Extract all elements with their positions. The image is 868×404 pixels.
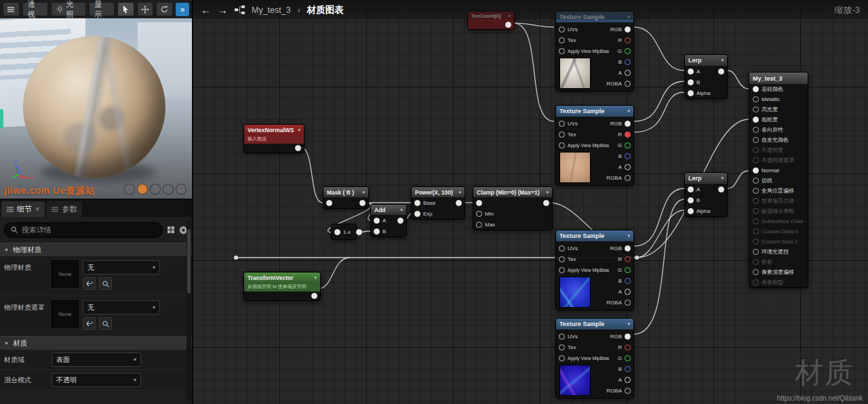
pin-max[interactable]	[476, 222, 482, 228]
texture-thumbnail[interactable]	[559, 152, 591, 183]
pin-base[interactable]	[414, 200, 420, 206]
pin-a[interactable]	[688, 186, 694, 193]
pin-output[interactable]	[356, 229, 362, 235]
pin-output[interactable]	[543, 200, 549, 206]
chevron-down-icon[interactable]: ▾	[627, 108, 630, 114]
material-pin-ao[interactable]: 环境光遮挡	[749, 247, 808, 257]
node-header[interactable]: My_test_3	[749, 73, 808, 84]
viewport-option-1[interactable]	[124, 184, 135, 195]
show-menu-button[interactable]: 显示	[89, 2, 115, 16]
lit-mode-button[interactable]: 光照	[51, 2, 87, 16]
forward-arrow-icon[interactable]: →	[218, 4, 228, 16]
material-pin-tess-multiplier[interactable]: 曲面细分乘数	[749, 206, 808, 216]
node-one-minus[interactable]: 1-x	[331, 224, 357, 240]
chevron-down-icon[interactable]: ▾	[362, 190, 365, 195]
node-texture-sample-3[interactable]: Texture Sample ▾ UVsRGB TexR Apply View …	[555, 230, 634, 310]
viewport-option-2[interactable]	[137, 184, 148, 195]
pin-output[interactable]	[359, 200, 366, 206]
viewport-option-4[interactable]	[163, 184, 174, 195]
material-pin-anisotropy[interactable]: 各向异性	[749, 125, 808, 135]
node-add[interactable]: Add ▾ A B	[370, 204, 407, 237]
asset-thumbnail[interactable]: None	[52, 300, 79, 327]
pin-exp[interactable]	[414, 211, 420, 217]
viewport-option-3[interactable]	[150, 184, 161, 195]
pin-uvs[interactable]	[559, 245, 565, 251]
pin-rgb[interactable]	[625, 26, 631, 33]
chevron-down-icon[interactable]: ▾	[627, 233, 630, 239]
pin-b[interactable]	[625, 278, 631, 284]
pin-mipbias[interactable]	[559, 142, 565, 148]
toolbar-expand-button[interactable]: »	[176, 3, 189, 16]
node-header[interactable]: Power(X, 100) ▾	[412, 187, 465, 197]
node-header[interactable]: Mask ( B ) ▾	[323, 187, 368, 197]
section-material[interactable]: ▼ 材质	[0, 336, 192, 350]
display-filter-icon[interactable]	[167, 226, 175, 234]
material-pin-specular[interactable]: 高光度	[749, 104, 808, 115]
chevron-down-icon[interactable]: ▾	[298, 127, 300, 133]
pin-r[interactable]	[625, 37, 631, 43]
material-domain-dropdown[interactable]: 表面 ▾	[52, 352, 141, 367]
tab-parameters[interactable]: 参数	[46, 201, 82, 217]
material-pin-opacity[interactable]: 不透明度	[749, 145, 808, 155]
asset-thumbnail[interactable]: None	[52, 260, 79, 287]
section-physical-material[interactable]: ▼ 物理材质	[0, 243, 192, 256]
node-clamp[interactable]: Clamp (Min=0) (Max=1) ▾ Min Max	[473, 186, 553, 230]
node-header[interactable]: Clamp (Min=0) (Max=1) ▾	[473, 187, 552, 197]
chevron-down-icon[interactable]: ▾	[721, 58, 724, 63]
material-pin-roughness[interactable]: 粗糙度	[749, 115, 808, 125]
pin-output[interactable]	[505, 22, 511, 28]
chevron-down-icon[interactable]: ▾	[458, 190, 461, 195]
node-header[interactable]: Lerp ▾	[685, 55, 727, 66]
node-header[interactable]: TransformVector ▾	[244, 272, 320, 283]
node-header[interactable]: Lerp ▾	[685, 173, 727, 184]
node-transformvector[interactable]: TransformVector ▾ 从切线空间 to 世界场景空间	[243, 272, 321, 301]
pin-a[interactable]	[374, 218, 380, 224]
pin-rgb[interactable]	[625, 121, 631, 127]
chevron-down-icon[interactable]: ▾	[721, 176, 724, 181]
node-header[interactable]: Texture Sample ▾	[556, 319, 633, 329]
pin-b[interactable]	[625, 153, 631, 159]
pin-a[interactable]	[625, 377, 631, 383]
node-vertexnormalws[interactable]: VertexNormalWS ▾ 输入数据	[243, 124, 304, 153]
material-pin-opacity-mask[interactable]: 不透明度遮罩	[749, 155, 808, 165]
pin-a[interactable]	[688, 68, 694, 75]
chevron-down-icon[interactable]: ▾	[627, 321, 630, 327]
pin-rgb[interactable]	[625, 245, 631, 251]
pin-alpha[interactable]	[688, 90, 694, 96]
back-arrow-icon[interactable]: ←	[201, 4, 211, 16]
pin-output[interactable]	[718, 186, 724, 193]
material-pin-custom0[interactable]: Custom Data 0	[749, 226, 808, 237]
material-preview-sphere[interactable]	[23, 36, 165, 178]
texture-thumbnail[interactable]	[559, 277, 591, 308]
pin-g[interactable]	[625, 142, 631, 148]
pin-mipbias[interactable]	[559, 355, 565, 361]
viewport-side-tab[interactable]	[0, 109, 3, 128]
pin-tex[interactable]	[559, 344, 565, 350]
node-mask-b[interactable]: Mask ( B ) ▾	[323, 186, 369, 209]
material-pin-shading-model[interactable]: 着色模型	[749, 277, 808, 287]
pin-g[interactable]	[625, 355, 631, 361]
chevron-down-icon[interactable]: ▾	[546, 190, 549, 195]
node-lerp-1[interactable]: Lerp ▾ A B Alpha	[684, 54, 728, 99]
node-texture-sample-2[interactable]: Texture Sample ▾ UVsRGB TexR Apply View …	[555, 105, 634, 186]
material-pin-emissive[interactable]: 自发光颜色	[749, 135, 808, 145]
material-pin-normal[interactable]: Normal	[749, 165, 808, 176]
use-selected-asset-button[interactable]	[83, 317, 96, 330]
rotate-tool-button[interactable]	[156, 2, 173, 16]
browse-asset-button[interactable]	[99, 277, 112, 290]
pin-tex[interactable]	[559, 132, 565, 138]
search-input[interactable]: 搜索详情	[4, 222, 163, 238]
pin-input[interactable]	[476, 200, 482, 206]
breadcrumb-asset[interactable]: My_test_3	[252, 5, 291, 15]
material-pin-world-displacement[interactable]: 世界场景位移	[749, 196, 808, 206]
physical-material-mask-dropdown[interactable]: 无 ▾	[83, 300, 160, 315]
material-pin-wpo[interactable]: 全局位置偏移	[749, 186, 808, 196]
pin-a[interactable]	[625, 164, 631, 170]
pin-b[interactable]	[625, 366, 631, 372]
pin-output[interactable]	[295, 145, 301, 151]
pin-b[interactable]	[688, 79, 694, 85]
node-lerp-2[interactable]: Lerp ▾ A B Alpha	[684, 172, 728, 217]
pin-g[interactable]	[625, 48, 631, 54]
chevron-down-icon[interactable]: ▾	[400, 207, 403, 213]
pin-input[interactable]	[334, 229, 340, 235]
